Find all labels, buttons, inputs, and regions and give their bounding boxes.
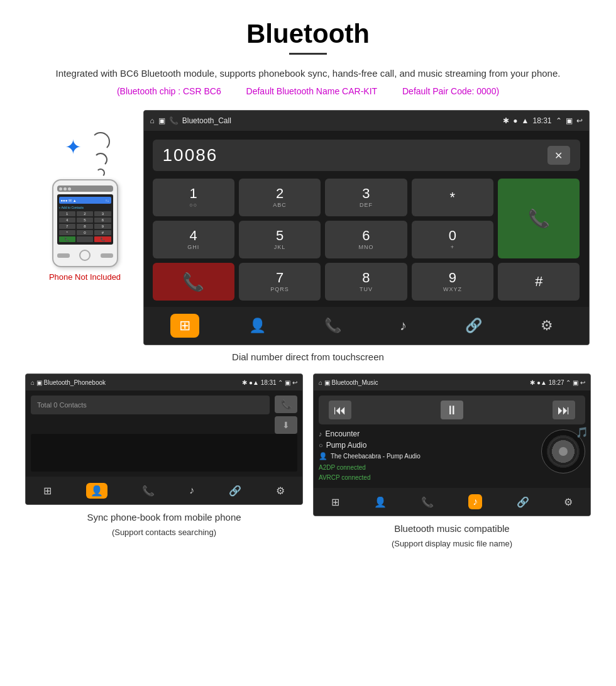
ms-nav-call[interactable]: 📞 — [421, 496, 434, 508]
settings-nav-icon: ⚙ — [541, 318, 553, 334]
ms-nav-dialpad[interactable]: ⊞ — [331, 496, 339, 508]
vinyl-record: 🎵 — [541, 429, 585, 473]
key-star[interactable]: * — [412, 179, 493, 216]
ms-nav-music[interactable]: ♪ — [468, 494, 482, 509]
specs-line: (Bluetooth chip : CSR BC6 Default Blueto… — [25, 86, 591, 96]
ms-nav-contacts[interactable]: 👤 — [374, 496, 387, 508]
contacts-icon: 👤 — [249, 318, 266, 334]
pb-nav-music[interactable]: ♪ — [189, 485, 194, 496]
phone-keypad: 1 2 3 4 5 6 7 8 9 * 0 # 📞 📞 — [59, 211, 111, 242]
contacts-search-bar[interactable]: Total 0 Contacts — [31, 396, 270, 414]
phone-key-2: 2 — [77, 211, 93, 216]
dialed-number: 10086 — [163, 145, 218, 165]
key-9[interactable]: 9 WXYZ — [412, 263, 493, 301]
phone-key-3: 3 — [94, 211, 111, 216]
download-contact-btn[interactable]: ⬇ — [275, 416, 297, 434]
call-button[interactable]: 📞 — [498, 179, 580, 258]
keypad-grid: 1 ○○ 2 ABC 3 DEF * 📞 — [153, 179, 580, 301]
call-contact-btn[interactable]: 📞 — [275, 396, 297, 413]
time-display: 18:31 — [532, 116, 551, 125]
home-icon: ⌂ — [150, 116, 155, 125]
dialpad-icon: ⊞ — [179, 318, 190, 334]
phone-home-btn — [79, 250, 91, 261]
hangup-button[interactable]: 📞 — [153, 263, 234, 301]
play-pause-button[interactable]: ⏸ — [441, 401, 463, 419]
ms-bt-icon: ✱ ●▲ — [530, 379, 549, 386]
bluetooth-icon: ✦ — [65, 135, 82, 159]
pb-nav-link[interactable]: 🔗 — [229, 485, 241, 497]
music-notes-icon: 🎵 — [576, 426, 588, 438]
pb-nav-settings[interactable]: ⚙ — [276, 485, 285, 497]
key-4[interactable]: 4 GHI — [153, 221, 234, 258]
pb-status-left: ⌂ ▣ Bluetooth_Phonebook — [31, 379, 106, 386]
key-0[interactable]: 0 + — [412, 221, 493, 258]
backspace-button[interactable]: ✕ — [547, 146, 570, 165]
signal-wave-large — [91, 132, 110, 151]
pb-status-right: ✱ ●▲ 18:31 ⌃ ▣ ↩ — [242, 379, 297, 386]
ms-icons-right: ⌃ ▣ ↩ — [566, 379, 585, 386]
phone-status-icon: 📞 — [169, 116, 179, 125]
phone-back-btn — [57, 253, 70, 258]
back-icon: ↩ — [576, 116, 583, 125]
nav-link[interactable]: 🔗 — [456, 314, 491, 338]
music-nav-icon: ♪ — [400, 318, 407, 334]
ms-home-icon: ⌂ ▣ — [319, 379, 332, 386]
album-icon: ○ — [319, 441, 323, 449]
key-7[interactable]: 7 PQRS — [239, 263, 321, 301]
nav-call[interactable]: 📞 — [316, 314, 350, 338]
bt-icon-area: ✦ — [60, 129, 110, 173]
pb-nav-contacts[interactable]: 👤 — [86, 483, 107, 499]
spec1: (Bluetooth chip : CSR BC6 — [117, 86, 221, 96]
key-5[interactable]: 5 JKL — [239, 221, 321, 258]
key-2[interactable]: 2 ABC — [239, 179, 321, 216]
phone-key-star: * — [59, 230, 75, 235]
key-hash[interactable]: # — [498, 263, 580, 301]
signal-wave-medium — [94, 153, 107, 167]
next-button[interactable]: ⏭ — [553, 401, 575, 419]
phonebook-list-area — [31, 434, 297, 472]
key-1[interactable]: 1 ○○ — [153, 179, 234, 216]
key-8[interactable]: 8 TUV — [325, 263, 407, 301]
nav-settings[interactable]: ⚙ — [532, 314, 562, 338]
artist-icon: 👤 — [319, 452, 327, 460]
phone-header-label: ●●● ✉ ▲ — [61, 198, 77, 202]
phone-not-included-label: Phone Not Included — [49, 272, 121, 282]
avrcp-status: AVRCP connected — [319, 473, 536, 483]
music-screen: ⌂ ▣ Bluetooth_Music ✱ ●▲ 18:27 ⌃ ▣ ↩ ⏮ ⏸ — [313, 373, 591, 516]
spec3: Default Pair Code: 0000) — [402, 86, 499, 96]
signal-wave-small — [96, 169, 105, 177]
number-display: 10086 ✕ — [153, 140, 580, 171]
pb-nav-dialpad[interactable]: ⊞ — [43, 485, 52, 497]
title-underline — [289, 53, 327, 55]
music-controls: ⏮ ⏸ ⏭ — [319, 396, 585, 424]
status-left: ⌂ ▣ 📞 Bluetooth_Call — [150, 116, 231, 125]
expand-icon: ⌃ — [556, 116, 562, 125]
ms-status-left: ⌂ ▣ Bluetooth_Music — [319, 379, 378, 386]
phone-screen: ●●● ✉ ▲ ↑↓ + Add to Contacts 1 2 3 4 5 6… — [57, 194, 113, 245]
android-call-screen: ⌂ ▣ 📞 Bluetooth_Call ✱ ● ▲ 18:31 ⌃ ▣ ↩ — [143, 110, 590, 345]
phone-key-call: 📞 — [59, 236, 75, 242]
ms-nav-settings[interactable]: ⚙ — [564, 496, 573, 508]
pb-nav-call[interactable]: 📞 — [142, 485, 155, 497]
wifi-icon: ● — [513, 116, 517, 125]
phone-key-8: 8 — [77, 224, 93, 229]
pb-app-title: Bluetooth_Phonebook — [44, 379, 106, 386]
phone-add-contacts: + Add to Contacts — [59, 206, 111, 209]
link-nav-icon: 🔗 — [465, 318, 482, 334]
ms-nav-link[interactable]: 🔗 — [517, 496, 529, 508]
phone-key-4: 4 — [59, 218, 75, 223]
album-name: Pump Audio — [326, 441, 367, 450]
ms-time: 18:27 — [549, 379, 564, 386]
nav-dialpad[interactable]: ⊞ — [170, 314, 199, 338]
phone-bottom-bar — [57, 250, 113, 261]
window-icon: ▣ — [158, 116, 165, 125]
ms-status-right: ✱ ●▲ 18:27 ⌃ ▣ ↩ — [530, 379, 585, 386]
key-6[interactable]: 6 MNO — [325, 221, 407, 258]
music-col: ⌂ ▣ Bluetooth_Music ✱ ●▲ 18:27 ⌃ ▣ ↩ ⏮ ⏸ — [313, 373, 591, 551]
nav-contacts[interactable]: 👤 — [240, 314, 275, 338]
pb-home-icon: ⌂ ▣ — [31, 379, 44, 386]
prev-button[interactable]: ⏮ — [329, 401, 351, 419]
nav-music[interactable]: ♪ — [391, 314, 415, 338]
artist-name: The Cheebacabra - Pump Audio — [331, 453, 421, 460]
key-3[interactable]: 3 DEF — [325, 179, 407, 216]
